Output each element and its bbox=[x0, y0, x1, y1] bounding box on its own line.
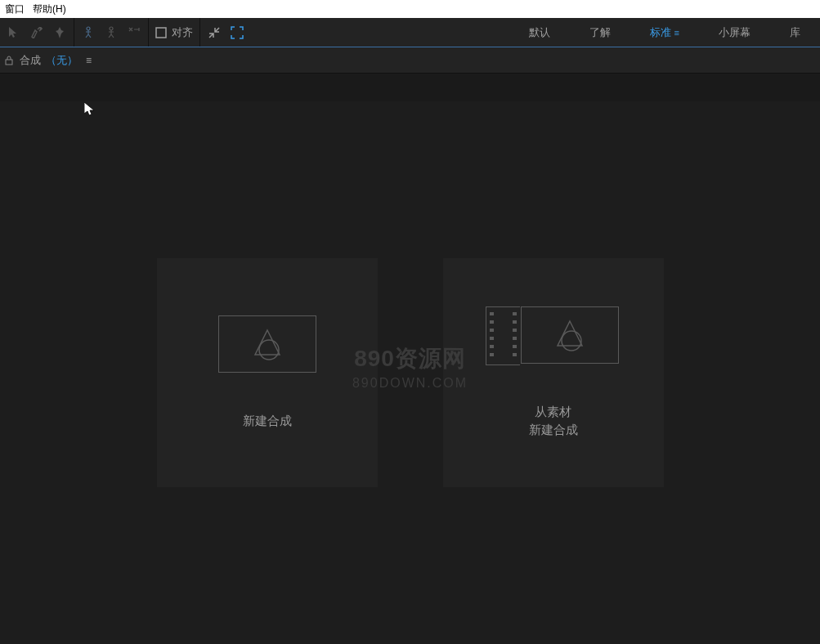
snap-label-text: 对齐 bbox=[172, 25, 193, 40]
svg-point-0 bbox=[40, 27, 43, 29]
rotobrush-tool-icon[interactable] bbox=[29, 25, 44, 40]
tool-group-puppet bbox=[74, 18, 149, 47]
panel-strip bbox=[0, 74, 820, 101]
panel-menu-icon[interactable]: ≡ bbox=[86, 55, 92, 66]
collapse-icon[interactable] bbox=[207, 25, 222, 40]
workspace-tab-small[interactable]: 小屏幕 bbox=[699, 18, 770, 47]
panel-title: 合成 bbox=[20, 53, 41, 68]
puppet-icon-3[interactable] bbox=[127, 25, 141, 40]
menubar: 窗口 帮助(H) bbox=[0, 0, 820, 18]
workspace-tab-default[interactable]: 默认 bbox=[509, 18, 570, 47]
svg-point-1 bbox=[87, 27, 90, 30]
new-from-footage-button[interactable]: 从素材 新建合成 bbox=[443, 258, 664, 487]
new-composition-icon bbox=[218, 315, 316, 373]
tool-group-view bbox=[200, 18, 251, 47]
svg-point-6 bbox=[562, 331, 581, 351]
workspace-tab-standard[interactable]: 标准 ≡ bbox=[630, 18, 699, 47]
expand-icon[interactable] bbox=[230, 25, 244, 40]
tool-group-snap: 对齐 bbox=[149, 18, 200, 47]
svg-point-2 bbox=[110, 27, 113, 30]
composition-none: （无） bbox=[46, 53, 78, 68]
new-composition-button[interactable]: 新建合成 bbox=[157, 258, 378, 487]
workspace-menu-icon[interactable]: ≡ bbox=[674, 28, 679, 38]
new-from-footage-icon bbox=[521, 306, 619, 364]
composition-empty-area: 890资源网 890DOWN.COM 新建合成 bbox=[0, 101, 820, 644]
workspace-tab-library[interactable]: 库 bbox=[770, 18, 820, 47]
puppet-icon-2[interactable] bbox=[104, 25, 119, 40]
workspace-tabs: 默认 了解 标准 ≡ 小屏幕 库 bbox=[509, 18, 820, 47]
composition-panel-header: 合成 （无） ≡ bbox=[0, 47, 820, 74]
pin-tool-icon[interactable] bbox=[52, 25, 67, 40]
snap-toggle[interactable]: 对齐 bbox=[155, 25, 193, 40]
new-composition-label: 新建合成 bbox=[243, 412, 292, 431]
workspace-tab-standard-label: 标准 bbox=[650, 25, 671, 40]
tool-group-selection bbox=[0, 18, 74, 47]
selection-tool-icon[interactable] bbox=[7, 25, 21, 40]
lock-icon[interactable] bbox=[3, 55, 15, 66]
svg-rect-4 bbox=[6, 60, 12, 65]
puppet-icon-1[interactable] bbox=[81, 25, 96, 40]
filmstrip-icon bbox=[486, 306, 520, 365]
menu-window[interactable]: 窗口 bbox=[5, 2, 25, 16]
svg-point-5 bbox=[259, 340, 279, 360]
workspace-tab-learn[interactable]: 了解 bbox=[570, 18, 630, 47]
toolbar: 对齐 默认 了解 标准 ≡ 小屏幕 库 bbox=[0, 18, 820, 47]
new-from-footage-label: 从素材 新建合成 bbox=[529, 403, 578, 440]
svg-rect-3 bbox=[156, 28, 166, 38]
menu-help[interactable]: 帮助(H) bbox=[33, 2, 66, 16]
